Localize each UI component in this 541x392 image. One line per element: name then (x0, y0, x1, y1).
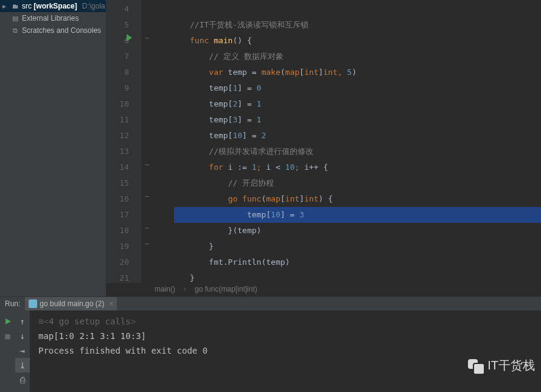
code-line[interactable]: func main() { (190, 33, 357, 49)
project-sidebar: ▸🖿src [workSpace] D:\gola ▤External Libr… (0, 0, 106, 296)
run-label: Run: (0, 299, 25, 308)
watermark: IT干货栈 (468, 357, 535, 374)
run-tab-label: go build main.go (2) (40, 299, 104, 308)
run-toolbar: ↑ ■ ↓ ⇥ ⤓ ⎙ (0, 310, 30, 392)
fold-marker-icon[interactable] (145, 33, 151, 40)
code-token: fmt.Println(temp) (190, 257, 290, 267)
code-line[interactable]: temp[10] = 3 (174, 207, 541, 223)
code-token: temp[ (190, 115, 232, 124)
fold-marker-icon[interactable] (145, 192, 151, 198)
code-line[interactable]: temp[10] = 2 (190, 128, 357, 144)
project-tree-item[interactable]: ⧉Scratches and Consoles (0, 24, 106, 37)
line-number: 11 (106, 112, 129, 128)
stop-button[interactable]: ■ (1, 329, 15, 343)
code-token: 1 (257, 115, 262, 124)
code-token: 0 (257, 83, 262, 93)
code-line[interactable]: temp[1] = 0 (190, 80, 357, 96)
tree-item-label: Scratches and Consoles (22, 26, 101, 35)
code-line[interactable]: go func(map[int]int) { (190, 191, 357, 207)
breadcrumb-item[interactable]: main() (155, 285, 175, 293)
tree-item-path: D:\gola (82, 2, 105, 10)
code-token (237, 194, 242, 203)
fold-marker-icon[interactable] (145, 223, 151, 229)
close-icon[interactable]: × (109, 299, 113, 308)
code-token: func (242, 194, 261, 203)
console-line: map[1:0 2:1 3:1 10:3] (38, 329, 532, 343)
spacer (1, 343, 15, 358)
code-line[interactable]: } (190, 239, 357, 254)
line-number: 10 (106, 96, 129, 112)
console-output[interactable]: ⊞<4 go setup calls> map[1:0 2:1 3:1 10:3… (30, 310, 541, 392)
code-token: 2 (261, 131, 266, 140)
code-token: } (190, 273, 195, 282)
svg-marker-0 (5, 318, 11, 324)
code-line[interactable]: //模拟并发请求进行值的修改 (190, 144, 357, 159)
code-token: , (338, 68, 347, 77)
run-configuration-tab[interactable]: go build main.go (2) × (25, 297, 117, 310)
scroll-down-button[interactable]: ↓ (15, 329, 30, 343)
code-token: func (190, 36, 214, 45)
code-token: make (261, 68, 280, 77)
scroll-up-button[interactable]: ↑ (15, 314, 30, 329)
code-line[interactable]: var temp = make(map[int]int, 5) (190, 65, 357, 80)
code-line[interactable]: }(temp) (190, 223, 357, 239)
line-number: 9 (106, 80, 129, 96)
rerun-button[interactable] (1, 314, 15, 329)
fold-marker-icon[interactable] (145, 160, 151, 166)
code-token: i := (223, 163, 252, 172)
code-token: main (214, 36, 232, 45)
project-tree-item[interactable]: ▸🖿src [workSpace] D:\gola (0, 0, 106, 12)
code-line[interactable]: for i := 1; i < 10; i++ { (190, 159, 357, 175)
code-token: ] = (237, 115, 256, 124)
spacer (1, 358, 15, 373)
code-token: 10 (285, 163, 295, 172)
tree-item-label: External Libraries (22, 14, 79, 23)
soft-wrap-button[interactable]: ⇥ (15, 343, 30, 358)
code-line[interactable]: fmt.Println(temp) (190, 254, 357, 270)
code-line[interactable]: // 开启协程 (190, 175, 357, 191)
code-token: int (304, 68, 318, 77)
run-line-marker-icon[interactable] (127, 34, 132, 41)
code-token (190, 194, 228, 203)
code-token: ( (281, 68, 285, 77)
wechat-icon (468, 359, 484, 373)
line-number: 19 (106, 239, 129, 254)
code-token: i < (266, 163, 285, 172)
code-line[interactable]: temp[2] = 1 (190, 96, 357, 112)
scratches-icon: ⧉ (11, 26, 19, 35)
code-token: temp[ (190, 99, 232, 108)
code-token: var (209, 68, 223, 77)
code-token: ) (352, 68, 357, 77)
watermark-text: IT干货栈 (487, 357, 535, 374)
code-line[interactable]: // 定义 数据库对象 (190, 49, 357, 65)
setup-calls-folded[interactable]: 4 go setup calls (49, 317, 131, 326)
code-token: map (285, 68, 299, 77)
line-number: 16 (106, 191, 129, 207)
line-number: 5 (106, 17, 129, 33)
code-token: ; (257, 163, 267, 172)
code-token: ] (299, 194, 304, 203)
tree-caret-icon[interactable]: ▸ (2, 2, 9, 10)
code-editor[interactable]: 456789101112131415161718192021 //IT干货栈-浅… (106, 0, 541, 283)
code-line[interactable]: temp[3] = 1 (190, 112, 357, 128)
code-line[interactable] (190, 1, 357, 17)
scroll-to-end-button[interactable]: ⤓ (15, 358, 30, 373)
line-number: 8 (106, 65, 129, 80)
code-token: 5 (347, 68, 352, 77)
code-token: // 开启协程 (228, 178, 274, 187)
fold-marker-icon[interactable] (145, 239, 151, 245)
line-number: 4 (106, 1, 129, 17)
code-area[interactable]: //IT干货栈-浅谈读写锁和互斥锁func main() { // 定义 数据库… (141, 0, 357, 283)
breadcrumb-item[interactable]: go func(map[int]int) (195, 285, 257, 293)
code-line[interactable]: //IT干货栈-浅谈读写锁和互斥锁 (190, 17, 357, 33)
code-token: 10 (271, 210, 281, 219)
project-tree-item[interactable]: ▤External Libraries (0, 12, 106, 24)
code-token: temp[ (190, 210, 271, 219)
line-number-gutter: 456789101112131415161718192021 (106, 0, 141, 283)
print-button[interactable]: ⎙ (15, 373, 30, 387)
code-token: // 定义 数据库对象 (209, 52, 283, 61)
spacer (1, 373, 15, 387)
code-token: 10 (232, 131, 242, 140)
code-token: temp = (223, 68, 262, 77)
code-token: 1 (257, 99, 262, 108)
